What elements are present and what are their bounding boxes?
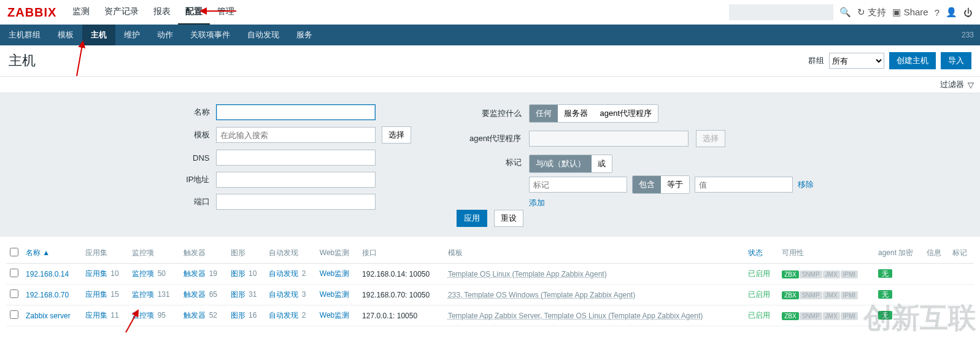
status-link[interactable]: 已启用 [748, 311, 770, 320]
filter-tag-add[interactable]: 添加 [529, 198, 545, 207]
topnav-item-1[interactable]: 资产记录 [97, 0, 146, 25]
tag-match-opt-1[interactable]: 等于 [661, 176, 689, 193]
filter-tag-remove[interactable]: 移除 [798, 179, 814, 190]
host-name-link[interactable]: 192.168.0.70 [26, 291, 69, 299]
host-name-link[interactable]: 192.168.0.14 [26, 270, 69, 278]
discovery-link[interactable]: 自动发现 [269, 269, 298, 278]
web-link[interactable]: Web监测 [320, 311, 349, 320]
top-nav: ZABBIX 监测资产记录报表配置管理 🔍 ↻ 支持 ▣ Share ? 👤 ⏻ [0, 0, 980, 25]
subnav-item-4[interactable]: 动作 [149, 25, 182, 45]
filter-form: 名称 模板 选择 DNS IP地址 端口 要监控什么 任何服务器ag [0, 93, 980, 218]
interface-cell: 192.168.0.14: 10050 [358, 264, 444, 285]
subnav-tip: 233 [962, 31, 980, 39]
filter-toggle-bar: 过滤器 ▽ [0, 77, 980, 93]
subnav-item-0[interactable]: 主机群组 [0, 25, 49, 45]
graphs-link[interactable]: 图形 [231, 290, 245, 299]
topnav-item-4[interactable]: 管理 [210, 0, 242, 25]
triggers-link[interactable]: 触发器 [183, 269, 206, 278]
filter-tags-mode-seg: 与/或（默认）或 [529, 155, 613, 173]
apps-link[interactable]: 应用集 [85, 311, 107, 320]
filter-icon: ▽ [968, 80, 974, 90]
power-icon[interactable]: ⏻ [963, 7, 973, 18]
availability-cell: ZBXSNMPJMXIPMI [778, 264, 874, 285]
encryption-badge: 无 [878, 269, 892, 278]
filter-tag-row: 包含等于 移除 [529, 175, 814, 194]
filter-apply-button[interactable]: 应用 [457, 210, 487, 227]
items-link[interactable]: 监控项 [132, 290, 154, 299]
filter-template-input[interactable] [216, 127, 376, 143]
col-items: 监控项 [128, 243, 180, 264]
subnav-item-7[interactable]: 服务 [288, 25, 321, 45]
create-host-button[interactable]: 创建主机 [889, 52, 936, 69]
filter-toggle[interactable]: 过滤器 ▽ [940, 79, 974, 90]
topnav-item-2[interactable]: 报表 [146, 0, 178, 25]
filter-tag-key-input[interactable] [529, 177, 627, 193]
tags-mode-opt-0[interactable]: 与/或（默认） [530, 155, 592, 172]
subnav-item-5[interactable]: 关联项事件 [182, 25, 239, 45]
row-checkbox[interactable] [10, 310, 18, 319]
annotation-arrow-items [123, 308, 147, 332]
topnav-right: 🔍 ↻ 支持 ▣ Share ? 👤 ⏻ [729, 4, 973, 20]
col-status[interactable]: 状态 [744, 243, 778, 264]
group-select[interactable]: 所有 [829, 53, 884, 69]
page-title: 主机 [9, 52, 36, 70]
user-icon[interactable]: 👤 [946, 7, 957, 18]
filter-dns-input[interactable] [216, 150, 376, 166]
web-link[interactable]: Web监测 [320, 290, 349, 299]
col-name[interactable]: 名称 ▲ [22, 243, 82, 264]
import-button[interactable]: 导入 [941, 52, 971, 69]
status-link[interactable]: 已启用 [748, 269, 770, 278]
graphs-link[interactable]: 图形 [231, 311, 245, 320]
subnav-item-6[interactable]: 自动发现 [239, 25, 288, 45]
col-templates: 模板 [444, 243, 744, 264]
web-link[interactable]: Web监测 [320, 269, 349, 278]
col-interface: 接口 [358, 243, 444, 264]
apps-link[interactable]: 应用集 [85, 290, 107, 299]
apps-link[interactable]: 应用集 [85, 269, 107, 278]
host-name-link[interactable]: Zabbix server [26, 312, 71, 320]
filter-port-input[interactable] [216, 194, 376, 210]
monitor-opt-2[interactable]: agent代理程序 [594, 105, 658, 122]
filter-template-select-button[interactable]: 选择 [382, 126, 411, 144]
filter-template-label: 模板 [167, 129, 210, 140]
availability-cell: ZBXSNMPJMXIPMI [778, 305, 874, 326]
discovery-link[interactable]: 自动发现 [269, 290, 298, 299]
select-all-checkbox[interactable] [10, 248, 18, 256]
row-checkbox[interactable] [10, 289, 18, 298]
tags-mode-opt-1[interactable]: 或 [592, 155, 612, 172]
global-search-input[interactable] [729, 4, 833, 20]
discovery-link[interactable]: 自动发现 [269, 311, 298, 320]
filter-ip-input[interactable] [216, 172, 376, 188]
filter-reset-button[interactable]: 重设 [494, 210, 523, 227]
triggers-link[interactable]: 触发器 [183, 290, 206, 299]
topnav-item-3[interactable]: 配置 [178, 0, 210, 25]
topnav-item-0[interactable]: 监测 [65, 0, 97, 25]
encryption-badge: 无 [878, 311, 892, 320]
filter-name-input[interactable] [216, 104, 376, 120]
col-availability: 可用性 [778, 243, 874, 264]
share-link[interactable]: ▣ Share [892, 7, 928, 18]
status-link[interactable]: 已启用 [748, 290, 770, 299]
templates-cell: Template App Zabbix Server, Template OS … [444, 305, 744, 326]
graphs-link[interactable]: 图形 [231, 269, 245, 278]
support-link[interactable]: ↻ 支持 [857, 7, 886, 18]
filter-monitor-label: 要监控什么 [460, 108, 522, 119]
monitor-opt-1[interactable]: 服务器 [558, 105, 594, 122]
search-icon[interactable]: 🔍 [839, 7, 851, 18]
subnav-items: 主机群组模板主机维护动作关联项事件自动发现服务 [0, 25, 321, 45]
logo: ZABBIX [7, 6, 56, 20]
filter-actions: 应用 重设 [0, 210, 980, 237]
row-checkbox[interactable] [10, 269, 18, 277]
subnav-item-3[interactable]: 维护 [115, 25, 149, 45]
help-icon[interactable]: ? [935, 7, 939, 18]
hosts-table-head: 名称 ▲ 应用集 监控项 触发器 图形 自动发现 Web监测 接口 模板 状态 … [6, 243, 974, 264]
triggers-link[interactable]: 触发器 [183, 311, 206, 320]
monitor-opt-0[interactable]: 任何 [530, 105, 558, 122]
hosts-table-body: 192.168.0.14应用集 10监控项 50触发器 19图形 10自动发现 … [6, 264, 974, 326]
items-link[interactable]: 监控项 [132, 269, 154, 278]
host-row: 192.168.0.14应用集 10监控项 50触发器 19图形 10自动发现 … [6, 264, 974, 285]
tag-match-opt-0[interactable]: 包含 [633, 176, 661, 193]
encryption-badge: 无 [878, 290, 892, 299]
hosts-table: 名称 ▲ 应用集 监控项 触发器 图形 自动发现 Web监测 接口 模板 状态 … [6, 243, 974, 326]
filter-tag-value-input[interactable] [695, 177, 793, 193]
